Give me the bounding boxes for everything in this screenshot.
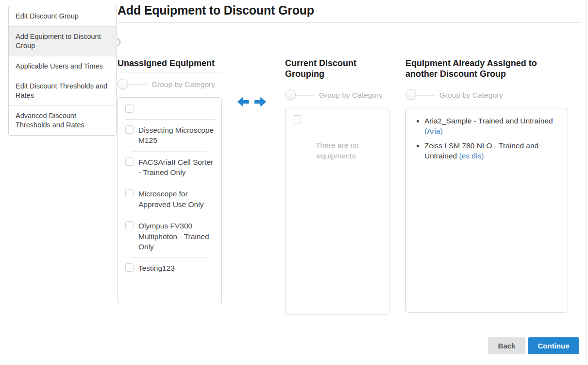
move-equipment-controls	[236, 95, 267, 108]
equipment-checkbox[interactable]	[125, 263, 134, 272]
toggle-knob-icon[interactable]	[285, 89, 296, 100]
sidebar-item-label: Edit Discount Thresholds and Rates	[16, 82, 107, 99]
unassigned-equipment-list: Dissecting Microscope M125FACSAriaII Cel…	[118, 120, 221, 279]
sidebar-item[interactable]: Edit Discount Thresholds and Rates	[9, 76, 116, 105]
sidebar-item[interactable]: Applicable Users and Times	[9, 56, 116, 76]
sidebar-item[interactable]: Add Equipment to Discount Group❯	[9, 26, 116, 56]
equipment-item-row: Dissecting Microscope M125	[118, 120, 221, 151]
current-toggle-row: Group by Category	[285, 89, 389, 101]
equipment-item-row: Microscope for Approved Use Only	[118, 183, 221, 215]
toggle-label: Group by Category	[151, 80, 215, 89]
equipment-item-row: Olympus FV300 Multiphoton - Trained Only	[118, 215, 221, 257]
unassigned-toggle-row: Group by Category	[118, 79, 222, 90]
assigned-equipment-column: Equipment Already Assigned to another Di…	[405, 58, 568, 313]
assigned-equipment-item: Zeiss LSM 780 NLO - Trained and Untraine…	[424, 141, 563, 161]
equipment-checkbox[interactable]	[125, 157, 134, 166]
unassigned-heading: Unassigned Equipment	[118, 58, 222, 72]
arrow-left-icon[interactable]	[236, 95, 250, 108]
sidebar-item-label: Edit Discount Group	[16, 12, 79, 20]
assigned-equipment-item: Aria2_Sample - Trained and Untrained (Ar…	[424, 116, 563, 137]
group-by-category-toggle[interactable]	[405, 89, 435, 101]
select-all-row	[118, 98, 221, 119]
toggle-label: Group by Category	[319, 91, 383, 100]
equipment-checkbox[interactable]	[125, 125, 134, 134]
assigned-equipment-list: Aria2_Sample - Trained and Untrained (Ar…	[406, 116, 568, 161]
arrow-right-icon[interactable]	[253, 95, 267, 108]
equipment-label: Olympus FV300 Multiphoton - Trained Only	[138, 221, 215, 252]
chevron-right-icon: ❯	[116, 37, 122, 45]
group-by-category-toggle[interactable]	[285, 89, 314, 101]
equipment-item-row: FACSAriaII Cell Sorter - Trained Only	[118, 152, 221, 183]
unassigned-equipment-column: Unassigned Equipment Group by Category D…	[118, 58, 222, 304]
assigned-toggle-row: Group by Category	[405, 89, 568, 101]
assigned-equipment-panel: Aria2_Sample - Trained and Untrained (Ar…	[405, 108, 568, 313]
current-grouping-column: Current Discount Grouping Group by Categ…	[285, 58, 389, 314]
current-grouping-heading: Current Discount Grouping	[285, 58, 389, 83]
toggle-knob-icon[interactable]	[118, 79, 128, 89]
equipment-label: FACSAriaII Cell Sorter - Trained Only	[138, 157, 215, 178]
toggle-knob-icon[interactable]	[405, 89, 416, 100]
equipment-label: Microscope for Approved Use Only	[138, 189, 215, 209]
select-all-checkbox[interactable]	[293, 115, 301, 123]
assigned-equipment-text: Aria2_Sample - Trained and Untrained	[424, 117, 553, 125]
equipment-item-row: Testing123	[118, 258, 221, 278]
wizard-step-sidebar: Edit Discount GroupAdd Equipment to Disc…	[8, 6, 117, 136]
select-all-row	[286, 108, 389, 130]
current-grouping-panel: There are no equipments.	[285, 108, 389, 314]
continue-button[interactable]: Continue	[528, 337, 579, 354]
assigned-heading: Equipment Already Assigned to another Di…	[405, 58, 568, 83]
sidebar-item-label: Advanced Discount Thresholds and Rates	[16, 112, 84, 129]
empty-message: There are no equipments.	[305, 140, 370, 161]
sidebar-item-label: Applicable Users and Times	[16, 62, 103, 70]
sidebar-item[interactable]: Advanced Discount Thresholds and Rates	[9, 105, 116, 135]
select-all-checkbox[interactable]	[125, 104, 134, 113]
equipment-label: Testing123	[138, 263, 175, 273]
group-by-category-toggle[interactable]	[118, 79, 147, 90]
equipment-checkbox[interactable]	[125, 189, 134, 197]
toggle-label: Group by Category	[439, 91, 503, 100]
sidebar-item[interactable]: Edit Discount Group	[9, 6, 116, 26]
back-button[interactable]: Back	[488, 337, 525, 354]
divider	[293, 130, 383, 130]
sidebar-item-label: Add Equipment to Discount Group	[16, 33, 101, 50]
equipment-label: Dissecting Microscope M125	[138, 125, 215, 146]
equipment-checkbox[interactable]	[125, 221, 134, 229]
unassigned-equipment-panel: Dissecting Microscope M125FACSAriaII Cel…	[118, 97, 222, 304]
column-divider	[397, 50, 397, 335]
page-header: Add Equipment to Discount Group	[118, 3, 580, 23]
page-right-border	[586, 0, 587, 365]
page-title: Add Equipment to Discount Group	[118, 3, 580, 17]
assigned-group-link[interactable]: (Aria)	[424, 127, 443, 135]
assigned-heading-text: Equipment Already Assigned to another Di…	[405, 58, 554, 80]
assigned-group-link[interactable]: (es dis)	[459, 152, 484, 160]
